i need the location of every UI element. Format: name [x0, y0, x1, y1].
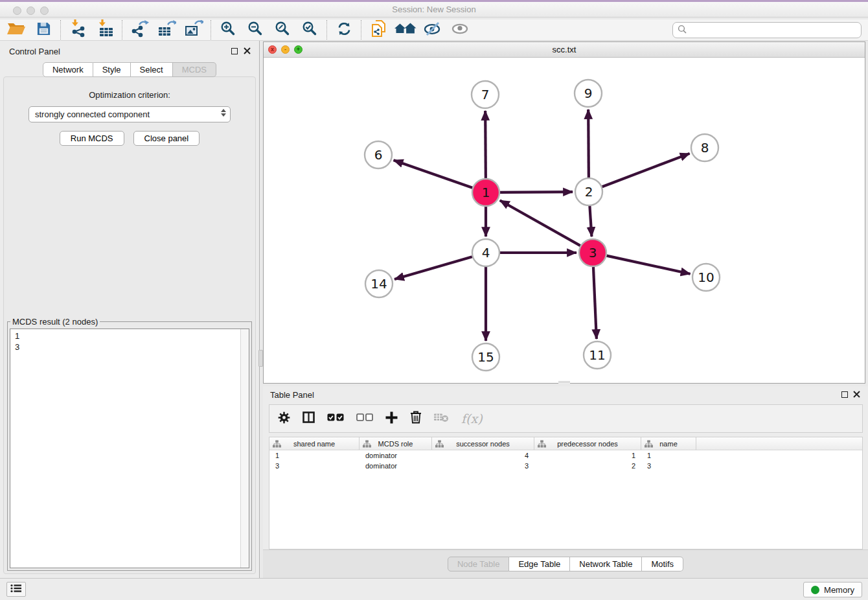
show-log-button[interactable] — [6, 582, 26, 597]
zoom-selected-button[interactable] — [296, 20, 323, 40]
column-header-predecessor-nodes[interactable]: predecessor nodes — [534, 437, 641, 450]
network-close-button[interactable]: x — [268, 45, 277, 54]
close-table-panel-button[interactable] — [852, 390, 861, 398]
tab-style[interactable]: Style — [93, 62, 131, 77]
table-row[interactable]: 1dominator411 — [269, 450, 862, 461]
tab-node-table[interactable]: Node Table — [448, 557, 510, 571]
graph-edge-1-7[interactable] — [485, 111, 486, 178]
table-settings-button[interactable] — [278, 411, 290, 426]
export-image-button[interactable] — [180, 20, 207, 40]
tab-network-table[interactable]: Network Table — [570, 557, 642, 571]
mcds-scrollbar[interactable] — [240, 329, 249, 568]
graph-node-3[interactable]: 3 — [579, 239, 606, 266]
table-cell[interactable]: 1 — [534, 452, 641, 459]
window-resize-grip[interactable] — [558, 381, 570, 384]
graph-node-9[interactable]: 9 — [575, 80, 602, 107]
deselect-all-rows-button[interactable] — [356, 412, 373, 425]
graph-edge-1-2[interactable] — [500, 192, 573, 192]
network-maximize-button[interactable]: + — [294, 45, 303, 54]
graph-edge-3-11[interactable] — [593, 267, 597, 339]
float-table-panel-button[interactable] — [840, 390, 849, 398]
table-row[interactable]: 3dominator323 — [269, 461, 862, 471]
graph-node-7[interactable]: 7 — [472, 81, 499, 108]
close-panel-button[interactable] — [243, 47, 251, 55]
network-graph[interactable]: 1234678910111415 — [264, 58, 865, 383]
graph-node-11[interactable]: 11 — [584, 341, 611, 369]
column-header-MCDS-role[interactable]: MCDS role — [360, 437, 432, 450]
save-session-button[interactable] — [30, 20, 57, 40]
network-window-titlebar[interactable]: x - + scc.txt — [264, 42, 865, 58]
network-canvas[interactable]: 1234678910111415 — [264, 58, 865, 383]
float-panel-button[interactable] — [230, 47, 238, 55]
column-header-successor-nodes[interactable]: successor nodes — [432, 437, 534, 450]
search-input[interactable] — [690, 25, 856, 35]
graph-edge-2-9[interactable] — [588, 110, 589, 178]
open-file-button[interactable] — [3, 20, 30, 40]
mcds-panel-body: Optimization criterion: strongly connect… — [3, 76, 256, 574]
graph-node-15[interactable]: 15 — [472, 343, 499, 371]
search-box[interactable] — [672, 22, 862, 38]
network-minimize-button[interactable]: - — [281, 45, 290, 54]
graph-edge-1-6[interactable] — [394, 160, 473, 187]
graph-node-2[interactable]: 2 — [575, 178, 602, 205]
tab-edge-table[interactable]: Edge Table — [509, 557, 570, 571]
graph-node-1[interactable]: 1 — [472, 179, 499, 206]
graph-edge-3-1[interactable] — [500, 200, 580, 246]
main-toolbar — [0, 19, 868, 41]
import-table-button[interactable] — [91, 20, 119, 40]
table-cell[interactable]: 4 — [432, 452, 534, 459]
table-cell[interactable]: 1 — [641, 452, 696, 459]
zoom-in-button[interactable] — [214, 20, 242, 40]
export-network-button[interactable] — [126, 20, 153, 40]
zoom-fit-button[interactable] — [269, 20, 296, 40]
table-cell[interactable]: 2 — [534, 462, 641, 470]
table-cell[interactable]: dominator — [360, 462, 432, 470]
memory-button[interactable]: Memory — [803, 582, 862, 597]
clone-network-button[interactable] — [365, 20, 392, 40]
close-panel-button-mcds[interactable]: Close panel — [133, 131, 200, 146]
graph-node-8[interactable]: 8 — [691, 134, 718, 161]
select-all-rows-button[interactable] — [327, 412, 344, 425]
panel-divider-grip[interactable] — [258, 350, 263, 367]
table-cell[interactable]: 3 — [432, 462, 534, 470]
table-cell[interactable]: dominator — [360, 452, 432, 459]
table-cell[interactable]: 3 — [641, 462, 696, 470]
tab-select[interactable]: Select — [131, 62, 173, 77]
tab-motifs[interactable]: Motifs — [642, 557, 683, 571]
zoom-out-button[interactable] — [242, 20, 269, 40]
export-table-button[interactable] — [153, 20, 180, 40]
mcds-result-list[interactable]: 13 — [10, 329, 249, 568]
table-cell[interactable]: 3 — [269, 462, 360, 470]
show-all-button[interactable] — [446, 20, 474, 40]
search-icon — [678, 25, 687, 36]
home-layout-button[interactable] — [392, 20, 419, 40]
graph-edge-2-8[interactable] — [602, 154, 690, 187]
table-cell[interactable]: 1 — [269, 452, 360, 459]
mcds-result-lines: 13 — [15, 330, 249, 352]
close-window-button[interactable] — [13, 6, 21, 15]
graph-edge-4-14[interactable] — [394, 257, 472, 279]
graph-edge-2-3[interactable] — [589, 206, 591, 237]
import-network-button[interactable] — [64, 20, 91, 40]
refresh-view-button[interactable] — [330, 20, 358, 40]
checked-boxes-icon — [327, 412, 344, 425]
graph-edge-3-10[interactable] — [606, 256, 690, 274]
criterion-select[interactable]: strongly connected component — [29, 106, 231, 122]
column-header-name[interactable]: name — [641, 437, 696, 450]
add-column-button[interactable] — [385, 411, 398, 426]
run-mcds-button[interactable]: Run MCDS — [60, 131, 124, 146]
graph-node-10[interactable]: 10 — [692, 264, 720, 291]
columns-icon — [303, 411, 315, 426]
minimize-window-button[interactable] — [27, 6, 35, 15]
delete-column-button[interactable] — [410, 411, 422, 426]
delete-table-button — [434, 412, 449, 425]
zoom-window-button[interactable] — [40, 6, 49, 15]
hide-selected-button[interactable] — [419, 20, 446, 40]
show-column-button[interactable] — [303, 411, 315, 426]
graph-node-4[interactable]: 4 — [472, 239, 499, 266]
tab-network[interactable]: Network — [43, 62, 93, 77]
graph-node-14[interactable]: 14 — [365, 270, 393, 297]
graph-node-6[interactable]: 6 — [365, 141, 392, 168]
tab-mcds[interactable]: MCDS — [173, 62, 216, 77]
column-header-shared-name[interactable]: shared name — [269, 437, 360, 450]
